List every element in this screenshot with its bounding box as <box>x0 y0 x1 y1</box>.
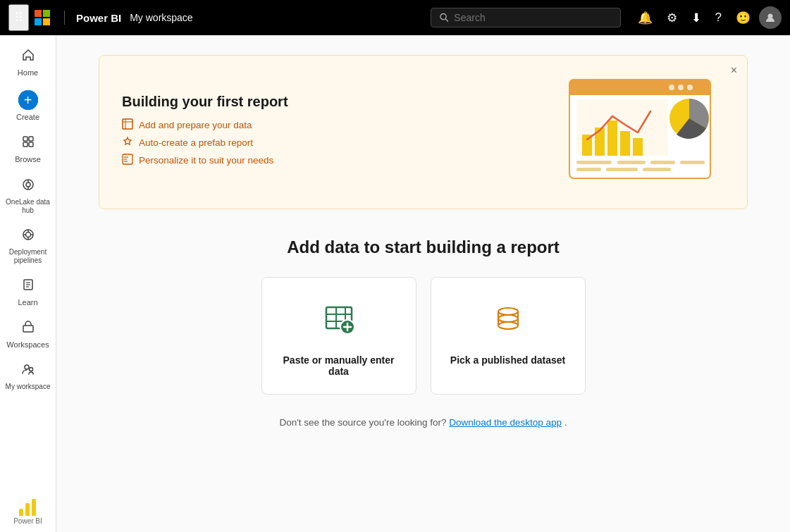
banner-illustration <box>541 73 724 192</box>
sidebar-home-label: Home <box>18 68 38 78</box>
svg-rect-44 <box>576 161 612 164</box>
microsoft-logo <box>35 10 50 25</box>
sidebar-browse-label: Browse <box>15 155 41 164</box>
svg-rect-5 <box>23 142 27 147</box>
apps-grid-button[interactable]: ⠿ <box>8 4 29 31</box>
banner-item-3: Personalize it to suit your needs <box>122 154 288 167</box>
svg-rect-41 <box>620 131 630 156</box>
dataset-card-label: Pick a published dataset <box>450 354 565 366</box>
sidebar-item-onelake[interactable]: OneLake data hub <box>3 171 54 221</box>
settings-button[interactable]: ⚙ <box>661 6 683 30</box>
sidebar-deployment-label: Deployment pipelines <box>6 248 51 265</box>
svg-point-62 <box>498 322 518 329</box>
banner-text-area: Building your first report Add and prepa… <box>122 94 288 171</box>
banner-close-button[interactable]: × <box>731 64 737 77</box>
sidebar-item-myworkspace[interactable]: My workspace <box>3 355 54 397</box>
sidebar-myworkspace-label: My workspace <box>6 383 51 391</box>
sidebar-learn-label: Learn <box>18 298 37 307</box>
deployment-icon <box>21 228 35 245</box>
svg-rect-48 <box>576 168 601 171</box>
sidebar-item-workspaces[interactable]: Workspaces <box>3 313 54 355</box>
browse-icon <box>21 135 35 152</box>
sidebar-onelake-label: OneLake data hub <box>6 198 51 215</box>
dataset-icon <box>490 300 526 343</box>
paste-icon <box>321 300 357 343</box>
download-desktop-link[interactable]: Download the desktop app <box>449 417 562 428</box>
home-icon <box>21 48 35 66</box>
search-icon <box>440 13 449 23</box>
published-dataset-card[interactable]: Pick a published dataset <box>431 277 586 395</box>
svg-rect-50 <box>643 168 671 171</box>
help-button[interactable]: ? <box>710 6 727 29</box>
sidebar-workspaces-label: Workspaces <box>6 340 49 349</box>
footer-end-text: . <box>564 417 567 428</box>
paste-data-card[interactable]: Paste or manually enter data <box>261 277 416 395</box>
report-illustration-svg <box>541 73 724 189</box>
top-navigation: ⠿ Power BI My workspace 🔔 ⚙ ⬇ ? 🙂 <box>0 0 790 35</box>
svg-rect-45 <box>617 161 646 164</box>
footer-text: Don't see the source you're looking for?… <box>99 417 748 428</box>
sidebar-item-learn[interactable]: Learn <box>3 271 54 313</box>
svg-rect-49 <box>606 168 638 171</box>
svg-rect-21 <box>23 326 33 332</box>
svg-point-36 <box>687 85 693 90</box>
banner-item-1-text: Add and prepare your data <box>139 120 252 130</box>
svg-rect-3 <box>23 137 27 141</box>
logo-divider <box>64 11 65 25</box>
svg-point-22 <box>25 365 29 369</box>
sidebar-create-label: Create <box>16 113 39 122</box>
sidebar: Home + Create Browse <box>0 35 56 532</box>
sidebar-item-home[interactable]: Home <box>3 41 54 83</box>
svg-point-61 <box>498 315 518 322</box>
svg-rect-6 <box>29 142 33 147</box>
banner-item-3-icon <box>122 154 133 167</box>
svg-rect-47 <box>680 161 705 164</box>
svg-point-60 <box>498 308 518 315</box>
data-source-cards: Paste or manually enter data Pick a publ… <box>99 277 748 395</box>
main-layout: Home + Create Browse <box>0 35 790 532</box>
search-input[interactable] <box>454 12 611 23</box>
svg-rect-42 <box>633 138 643 156</box>
download-button[interactable]: ⬇ <box>686 6 707 30</box>
banner-item-1: Add and prepare your data <box>122 118 288 132</box>
sidebar-item-browse[interactable]: Browse <box>3 128 54 170</box>
feedback-button[interactable]: 🙂 <box>730 6 756 30</box>
svg-rect-24 <box>123 119 132 129</box>
user-avatar-button[interactable] <box>759 6 782 29</box>
svg-point-12 <box>25 232 30 237</box>
sidebar-powerbi: Power BI <box>11 489 45 532</box>
powerbi-brand-label: Power BI <box>76 12 121 24</box>
workspaces-icon <box>21 320 35 338</box>
footer-static-text: Don't see the source you're looking for? <box>279 417 446 428</box>
onelake-icon <box>21 178 35 195</box>
svg-point-34 <box>669 85 674 90</box>
sidebar-item-create[interactable]: + Create <box>3 83 54 128</box>
banner-title: Building your first report <box>122 94 288 110</box>
myworkspace-icon <box>21 362 35 380</box>
banner-item-2: Auto-create a prefab report <box>122 136 288 149</box>
paste-card-label: Paste or manually enter data <box>276 354 402 377</box>
svg-line-1 <box>445 19 448 22</box>
svg-rect-40 <box>607 120 617 156</box>
banner-item-3-text: Personalize it to suit your needs <box>139 155 273 166</box>
banner-item-2-text: Auto-create a prefab report <box>139 137 253 148</box>
svg-rect-4 <box>29 137 33 141</box>
svg-point-35 <box>678 85 684 90</box>
learn-icon <box>21 278 35 295</box>
sidebar-powerbi-label: Power BI <box>13 517 42 525</box>
svg-point-23 <box>29 367 32 371</box>
svg-point-8 <box>26 183 30 187</box>
topnav-actions: 🔔 ⚙ ⬇ ? 🙂 <box>632 6 782 30</box>
svg-rect-46 <box>650 161 675 164</box>
search-box[interactable] <box>431 8 621 27</box>
add-data-title: Add data to start building a report <box>99 237 748 257</box>
create-icon: + <box>18 90 38 110</box>
sidebar-item-deployment[interactable]: Deployment pipelines <box>3 221 54 271</box>
content-area: Building your first report Add and prepa… <box>56 35 790 532</box>
workspace-label: My workspace <box>130 12 192 23</box>
notifications-button[interactable]: 🔔 <box>632 6 658 30</box>
banner-item-1-icon <box>122 118 133 132</box>
getting-started-banner: Building your first report Add and prepa… <box>99 55 748 209</box>
powerbi-icon <box>19 496 36 516</box>
user-icon <box>765 12 776 23</box>
